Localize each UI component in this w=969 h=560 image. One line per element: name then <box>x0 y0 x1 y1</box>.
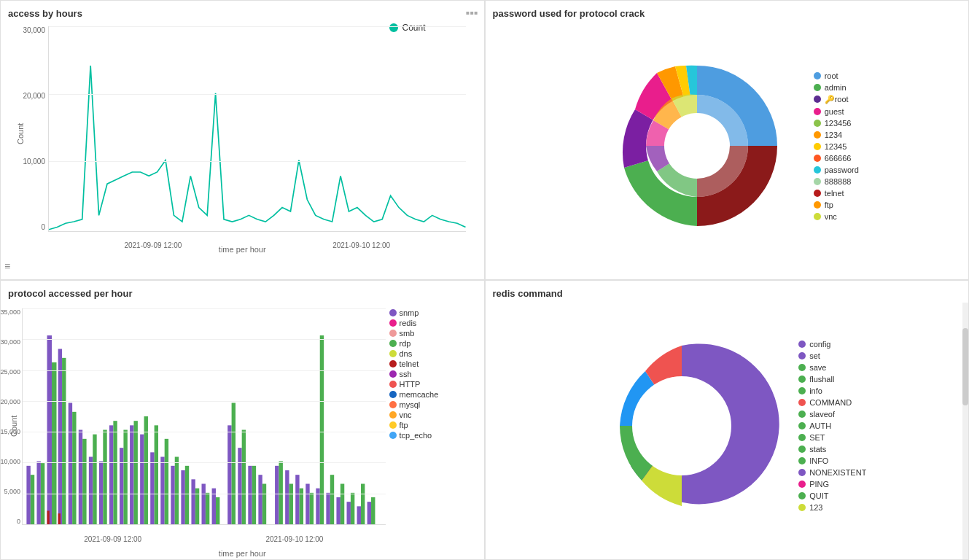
legend-item: stats <box>798 445 866 454</box>
legend-label: tcp_echo <box>400 431 432 440</box>
panel-menu-icon[interactable]: ▪▪▪ <box>465 7 478 20</box>
svg-rect-12 <box>79 430 82 525</box>
legend-label: set <box>809 351 820 360</box>
y-tick: 25,000 <box>0 368 20 376</box>
legend-label: 888888 <box>825 177 852 186</box>
scrollbar-thumb[interactable] <box>962 328 968 405</box>
y-tick: 30,000 <box>12 26 45 34</box>
access-by-hours-title: access by hours <box>8 8 477 19</box>
x-tick: 2021-09-10 12:00 <box>332 241 390 249</box>
svg-rect-66 <box>367 502 371 524</box>
protocol-legend-list: snmp redis smb rdp dns telnet ssh HTTP m… <box>389 308 477 440</box>
legend-item: guest <box>814 107 859 116</box>
legend-label: snmp <box>400 308 419 317</box>
legend-label: memcache <box>400 390 439 399</box>
protocol-legend: snmp redis smb rdp dns telnet ssh HTTP m… <box>389 305 477 547</box>
svg-rect-11 <box>72 412 76 524</box>
legend-item: set <box>798 351 866 360</box>
legend-item: ftp <box>389 421 477 429</box>
legend-item: mysql <box>389 400 477 409</box>
legend-item: ftp <box>814 201 859 209</box>
svg-rect-48 <box>275 466 279 524</box>
legend-item: 123 <box>798 503 866 512</box>
legend-item: telnet <box>814 189 859 198</box>
filter-icon[interactable]: ≡ <box>4 260 10 272</box>
legend-item: HTTP <box>389 380 477 389</box>
legend-item: slaveof <box>798 410 866 419</box>
x-tick: 2021-09-09 12:00 <box>124 241 182 249</box>
svg-point-1 <box>664 113 730 179</box>
svg-rect-18 <box>109 425 113 524</box>
legend-dot <box>389 319 397 327</box>
legend-item: 1234 <box>814 131 859 139</box>
legend-item: 🔑root <box>814 95 859 104</box>
svg-rect-46 <box>258 475 262 524</box>
legend-item: memcache <box>389 390 477 399</box>
password-panel: password used for protocol crack <box>485 0 970 280</box>
svg-rect-14 <box>89 457 93 525</box>
svg-rect-28 <box>160 457 164 525</box>
svg-rect-61 <box>340 484 344 525</box>
legend-label: save <box>809 363 826 372</box>
legend-item: 12345 <box>814 142 859 151</box>
legend-item: 666666 <box>814 154 859 163</box>
legend-item: 888888 <box>814 177 859 186</box>
legend-label: dns <box>400 349 413 358</box>
legend-item: rdp <box>389 339 477 348</box>
legend-label: QUIT <box>809 491 828 500</box>
svg-rect-68 <box>47 511 50 525</box>
legend-label: config <box>809 340 830 349</box>
legend-item: tcp_echo <box>389 431 477 440</box>
svg-rect-39 <box>216 497 219 524</box>
legend-label: 123 <box>809 503 822 512</box>
svg-rect-27 <box>155 425 158 524</box>
legend-label: 🔑root <box>825 95 849 104</box>
legend-dot <box>389 411 397 419</box>
legend-label: 12345 <box>825 142 847 151</box>
x-tick: 2021-09-10 12:00 <box>265 535 323 543</box>
legend-label: password <box>825 166 859 174</box>
legend-item: config <box>798 340 866 349</box>
legend-item: ssh <box>389 370 477 378</box>
legend-dot <box>389 350 397 357</box>
svg-rect-58 <box>326 493 330 524</box>
legend-item: telnet <box>389 359 477 368</box>
protocol-panel-title: protocol accessed per hour <box>8 288 477 299</box>
access-by-hours-panel: access by hours ▪▪▪ Count Count 30,000 2… <box>0 0 485 280</box>
redis-legend: config set save flushall info COMMAND sl… <box>798 340 866 512</box>
password-donut-chart <box>595 44 799 248</box>
legend-label: 123456 <box>825 119 852 128</box>
svg-rect-63 <box>351 493 354 524</box>
legend-label: flushall <box>809 375 834 384</box>
svg-rect-13 <box>82 439 86 524</box>
svg-rect-42 <box>238 448 241 524</box>
legend-label: guest <box>825 107 844 116</box>
y-tick: 20,000 <box>12 92 45 100</box>
svg-rect-6 <box>47 335 52 524</box>
svg-rect-69 <box>58 513 61 524</box>
svg-rect-23 <box>133 421 137 524</box>
svg-rect-62 <box>347 502 351 524</box>
svg-rect-41 <box>232 403 236 525</box>
x-axis-label: time per hour <box>219 245 266 254</box>
legend-label: telnet <box>400 359 419 368</box>
svg-rect-67 <box>371 497 375 524</box>
legend-dot <box>389 401 397 408</box>
y-tick: 15,000 <box>0 428 20 435</box>
legend-label: rdp <box>400 339 411 348</box>
svg-rect-10 <box>69 403 72 525</box>
legend-item: flushall <box>798 375 866 384</box>
legend-label: NONEXISTENT <box>809 468 866 477</box>
password-panel-title: password used for protocol crack <box>493 8 962 19</box>
legend-item: dns <box>389 349 477 358</box>
legend-label: AUTH <box>809 421 831 430</box>
legend-item: vnc <box>814 212 859 221</box>
svg-rect-54 <box>306 484 309 525</box>
legend-item: password <box>814 166 859 174</box>
legend-item: QUIT <box>798 491 866 500</box>
svg-rect-55 <box>310 493 314 524</box>
svg-rect-20 <box>120 448 123 524</box>
legend-dot <box>389 391 397 398</box>
redis-command-title: redis command <box>493 288 962 299</box>
y-tick: 10,000 <box>12 158 45 166</box>
